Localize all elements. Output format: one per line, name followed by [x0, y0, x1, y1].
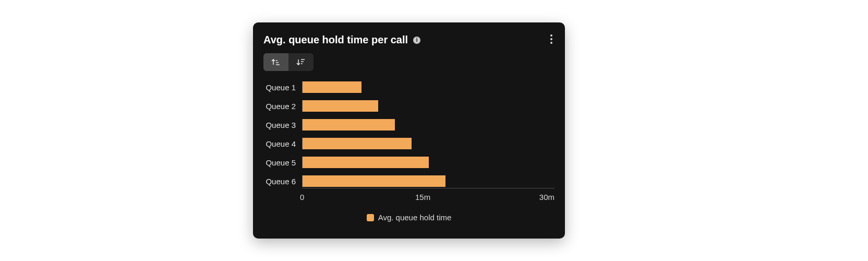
- more-options-button[interactable]: [546, 33, 557, 45]
- sort-ascending-icon: [271, 58, 281, 66]
- x-tick-1: 15m: [415, 193, 430, 201]
- bars-container: Queue 1Queue 2Queue 3Queue 4Queue 5Queue…: [263, 81, 554, 187]
- bar-track: [302, 175, 554, 187]
- bar[interactable]: [303, 157, 429, 168]
- category-label: Queue 4: [263, 139, 296, 148]
- card-header: Avg. queue hold time per call i: [263, 34, 554, 46]
- legend-label: Avg. queue hold time: [378, 213, 452, 222]
- bar-track: [302, 157, 554, 168]
- bar-track: [302, 138, 554, 149]
- x-tick-0: 0: [300, 193, 304, 201]
- bar-track: [302, 100, 554, 112]
- bar-row: Queue 5: [263, 157, 554, 168]
- sort-ascending-button[interactable]: [263, 53, 288, 71]
- bar-row: Queue 4: [263, 138, 554, 149]
- x-tick-2: 30m: [539, 193, 554, 201]
- bar-track: [302, 119, 554, 130]
- bar[interactable]: [303, 138, 412, 149]
- bar[interactable]: [303, 81, 361, 93]
- bar[interactable]: [303, 175, 445, 187]
- category-label: Queue 6: [263, 177, 296, 186]
- chart-card: Avg. queue hold time per call i Queue 1Q…: [253, 22, 565, 239]
- category-label: Queue 2: [263, 102, 296, 111]
- legend-swatch: [367, 214, 374, 221]
- bar-row: Queue 2: [263, 100, 554, 112]
- bar-row: Queue 6: [263, 175, 554, 187]
- category-label: Queue 5: [263, 158, 296, 167]
- sort-descending-button[interactable]: [288, 53, 314, 71]
- bar-track: [302, 81, 554, 93]
- bar[interactable]: [303, 100, 378, 112]
- sort-toggle: [263, 53, 314, 71]
- category-label: Queue 3: [263, 121, 296, 129]
- bar[interactable]: [303, 119, 395, 130]
- info-icon[interactable]: i: [413, 37, 420, 44]
- chart-title: Avg. queue hold time per call: [263, 34, 408, 46]
- bar-row: Queue 1: [263, 81, 554, 93]
- bar-row: Queue 3: [263, 119, 554, 130]
- legend: Avg. queue hold time: [263, 213, 554, 222]
- category-label: Queue 1: [263, 83, 296, 92]
- x-axis-baseline: [302, 188, 554, 188]
- sort-descending-icon: [296, 58, 306, 66]
- chart-plot-area: Queue 1Queue 2Queue 3Queue 4Queue 5Queue…: [263, 81, 554, 230]
- x-axis-ticks: 0 15m 30m: [302, 193, 554, 201]
